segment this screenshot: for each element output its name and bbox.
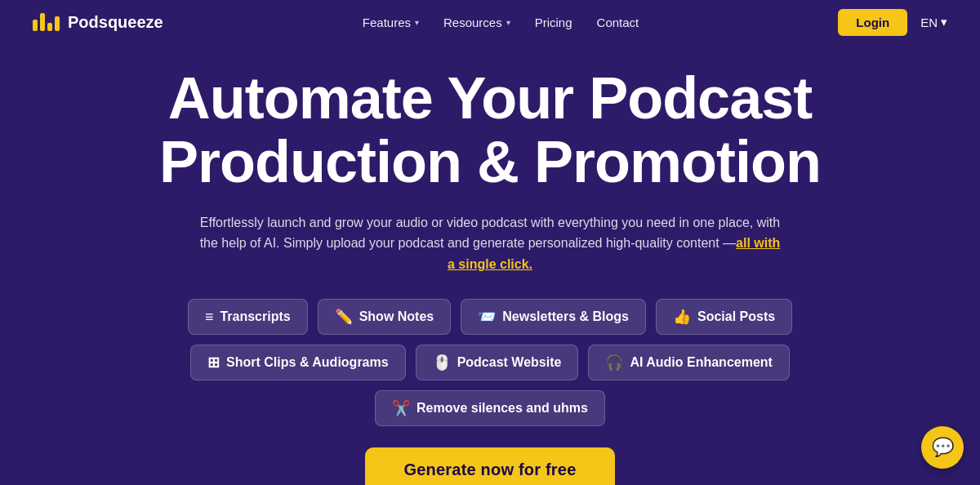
feature-remove-silences[interactable]: ✂️ Remove silences and uhms bbox=[375, 390, 605, 426]
chevron-down-icon: ▾ bbox=[506, 18, 510, 27]
features-grid: ≡ Transcripts ✏️ Show Notes 📨 Newsletter… bbox=[188, 299, 792, 426]
chevron-down-icon: ▾ bbox=[941, 15, 947, 29]
navbar: Podsqueeze Features ▾ Resources ▾ Pricin… bbox=[0, 0, 980, 44]
nav-features-label: Features bbox=[363, 16, 411, 29]
features-row-1: ≡ Transcripts ✏️ Show Notes 📨 Newsletter… bbox=[188, 299, 792, 335]
feature-social-posts-label: Social Posts bbox=[697, 309, 775, 324]
features-row-3: ✂️ Remove silences and uhms bbox=[375, 390, 605, 426]
logo[interactable]: Podsqueeze bbox=[33, 13, 163, 32]
feature-podcast-website[interactable]: 🖱️ Podcast Website bbox=[416, 345, 579, 380]
hero-subtitle: Effortlessly launch and grow your audio … bbox=[196, 212, 784, 275]
social-posts-icon: 👍 bbox=[673, 308, 691, 326]
language-selector[interactable]: EN ▾ bbox=[920, 15, 947, 29]
nav-links: Features ▾ Resources ▾ Pricing Contact bbox=[363, 16, 639, 29]
chat-bubble-button[interactable]: 💬 bbox=[921, 426, 964, 469]
nav-resources[interactable]: Resources ▾ bbox=[443, 16, 510, 29]
logo-icon bbox=[33, 13, 60, 31]
chat-icon: 💬 bbox=[932, 437, 954, 458]
login-button[interactable]: Login bbox=[838, 9, 907, 36]
feature-show-notes-label: Show Notes bbox=[359, 309, 434, 324]
cta-section: Generate now for free No credit card req… bbox=[365, 447, 616, 485]
feature-social-posts[interactable]: 👍 Social Posts bbox=[656, 299, 792, 335]
chevron-down-icon: ▾ bbox=[415, 18, 419, 27]
podcast-website-icon: 🖱️ bbox=[433, 354, 451, 372]
nav-pricing-label: Pricing bbox=[535, 16, 572, 29]
features-row-2: ⊞ Short Clips & Audiograms 🖱️ Podcast We… bbox=[190, 345, 790, 380]
show-notes-icon: ✏️ bbox=[335, 308, 353, 326]
hero-title-line2: Production & Promotion bbox=[159, 129, 821, 194]
nav-contact[interactable]: Contact bbox=[597, 16, 639, 29]
clips-icon: ⊞ bbox=[207, 354, 220, 372]
feature-audio-enhancement-label: AI Audio Enhancement bbox=[630, 355, 773, 370]
generate-button[interactable]: Generate now for free bbox=[365, 447, 616, 485]
feature-newsletters[interactable]: 📨 Newsletters & Blogs bbox=[461, 299, 646, 335]
lang-label: EN bbox=[920, 16, 938, 29]
feature-remove-silences-label: Remove silences and uhms bbox=[416, 401, 588, 416]
audio-enhancement-icon: 🎧 bbox=[605, 354, 623, 372]
feature-transcripts-label: Transcripts bbox=[220, 309, 290, 324]
hero-subtitle-normal: Effortlessly launch and grow your audio … bbox=[200, 216, 781, 251]
nav-resources-label: Resources bbox=[443, 16, 502, 29]
feature-podcast-website-label: Podcast Website bbox=[457, 355, 562, 370]
scissors-icon: ✂️ bbox=[392, 399, 410, 417]
nav-features[interactable]: Features ▾ bbox=[363, 16, 419, 29]
logo-text: Podsqueeze bbox=[68, 13, 163, 32]
main-content: Automate Your Podcast Production & Promo… bbox=[0, 44, 980, 485]
nav-pricing[interactable]: Pricing bbox=[535, 16, 572, 29]
transcripts-icon: ≡ bbox=[205, 309, 214, 326]
feature-clips[interactable]: ⊞ Short Clips & Audiograms bbox=[190, 345, 406, 380]
nav-right: Login EN ▾ bbox=[838, 9, 947, 36]
feature-clips-label: Short Clips & Audiograms bbox=[226, 355, 389, 370]
feature-show-notes[interactable]: ✏️ Show Notes bbox=[318, 299, 452, 335]
feature-newsletters-label: Newsletters & Blogs bbox=[502, 309, 629, 324]
feature-audio-enhancement[interactable]: 🎧 AI Audio Enhancement bbox=[588, 345, 790, 380]
hero-title: Automate Your Podcast Production & Promo… bbox=[159, 67, 821, 194]
nav-contact-label: Contact bbox=[597, 16, 639, 29]
hero-title-line1: Automate Your Podcast bbox=[168, 65, 812, 131]
feature-transcripts[interactable]: ≡ Transcripts bbox=[188, 299, 308, 335]
newsletters-icon: 📨 bbox=[478, 308, 496, 326]
